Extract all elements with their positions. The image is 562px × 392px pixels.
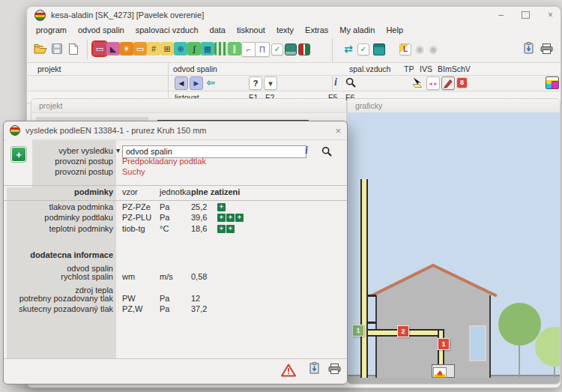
crosshair-icon[interactable]: ⊕ bbox=[174, 42, 187, 55]
color-palette-corner bbox=[552, 81, 559, 89]
warning-icon bbox=[281, 364, 296, 380]
menu-my-aladin[interactable]: My aladin bbox=[339, 25, 375, 34]
dialog-logo-icon bbox=[10, 125, 20, 136]
pipe-icon[interactable]: ⌐ bbox=[241, 42, 256, 57]
tree-crown-dark bbox=[498, 303, 541, 346]
extra-row: rychlost spalin wm m/s 0,58 bbox=[4, 272, 347, 283]
number-8-icon[interactable]: 8 bbox=[456, 77, 468, 88]
help-f1-button[interactable]: ? bbox=[249, 76, 262, 90]
column-divider bbox=[168, 62, 169, 102]
fire-icon bbox=[433, 367, 447, 378]
chimney-pipe bbox=[360, 179, 368, 378]
red-green-toggle-icon[interactable] bbox=[298, 43, 310, 55]
window-orange-icon[interactable]: ▭ bbox=[133, 42, 147, 55]
extra-row: skutecny pozadovaný tlak PZ,W Pa 37,2 bbox=[4, 304, 347, 315]
toolbar-label-band1: projekt odvod spalin spal.vzduch TP IVS … bbox=[27, 62, 561, 76]
clipboard-icon[interactable] bbox=[522, 41, 535, 55]
select-label: vyber vysledku bbox=[10, 146, 113, 155]
minimize-button[interactable]: – bbox=[498, 10, 504, 20]
extra-row: potrebny pozadovany tlak PW Pa 12 bbox=[4, 294, 347, 304]
app-logo-icon bbox=[34, 10, 46, 21]
chimney-bracket bbox=[368, 322, 376, 324]
label-projekt: projekt bbox=[37, 64, 61, 73]
browse-back-icon[interactable]: ◀ bbox=[175, 76, 188, 90]
air-box-icon[interactable] bbox=[373, 43, 385, 55]
save-icon[interactable] bbox=[50, 42, 64, 55]
provozni-label: provozni postup bbox=[10, 157, 113, 166]
col-header-vzor: vzor bbox=[122, 187, 138, 196]
result-dialog: vysledek podleEN 13384-1 - prurez Kruh 1… bbox=[3, 121, 348, 385]
check-option-icon[interactable]: ✓ bbox=[271, 43, 283, 55]
result-ok-badges: + bbox=[217, 203, 226, 211]
dialog-title-bar: vysledek podleEN 13384-1 - prurez Kruh 1… bbox=[4, 121, 347, 140]
chimney-chart-icon[interactable]: ◣ bbox=[106, 42, 120, 55]
title-bar: kesa-aladin [SK_4273] [Pavelek overenie]… bbox=[27, 7, 561, 23]
provozni-value: Predpokladany podtlak bbox=[122, 157, 206, 166]
monitor-icon[interactable] bbox=[285, 43, 297, 55]
bars-icon bbox=[214, 42, 228, 55]
flue-window-icon[interactable]: ▭ bbox=[93, 42, 106, 55]
building-scene: 1 2 1 bbox=[348, 112, 560, 384]
air-swap-icon[interactable]: ⇄ bbox=[342, 42, 355, 55]
label-ivs: IVS bbox=[420, 64, 432, 73]
menu-texty[interactable]: texty bbox=[277, 25, 294, 34]
menu-extras[interactable]: Extras bbox=[305, 25, 328, 34]
menu-program[interactable]: program bbox=[36, 25, 67, 34]
marker-pen-icon[interactable] bbox=[441, 76, 455, 90]
split-bars-icon[interactable]: ∥ bbox=[228, 42, 241, 55]
toolbar-row1: ▭ ◣ ☀ ▭ # ⊞ ⊕ ∫ ▦ ∥ ⌐ Π ✓ ⇄ ✓ L ◉ ◉ bbox=[27, 37, 561, 62]
mirror-arrows-icon[interactable]: ◄► bbox=[426, 76, 440, 90]
provozni-label: provozni postup bbox=[10, 167, 113, 176]
new-document-icon[interactable] bbox=[67, 42, 80, 55]
search-f6-icon[interactable] bbox=[345, 76, 357, 88]
ivs-icon-disabled: ◉ bbox=[414, 43, 425, 54]
maximize-button[interactable] bbox=[522, 11, 530, 19]
result-ok-badges: +++ bbox=[217, 214, 244, 222]
tp-icon[interactable]: L bbox=[399, 43, 411, 55]
select-caret-icon[interactable]: ▾ bbox=[116, 146, 120, 154]
info-f5-icon[interactable]: i bbox=[330, 76, 342, 88]
provozni-value: Suchy bbox=[122, 167, 145, 176]
menu-odvod-spalin[interactable]: odvod spalin bbox=[78, 25, 124, 34]
print-icon[interactable] bbox=[540, 42, 553, 55]
pipe-tee-icon[interactable]: Π bbox=[255, 42, 270, 57]
section-icon[interactable]: # bbox=[147, 42, 160, 55]
menu-data[interactable]: data bbox=[210, 25, 226, 34]
menu-help[interactable]: Help bbox=[386, 25, 403, 34]
air-check-icon[interactable]: ✓ bbox=[357, 43, 369, 55]
open-project-icon[interactable] bbox=[34, 42, 47, 55]
col-header-podminky: podminky bbox=[10, 187, 113, 196]
segment-badge-1[interactable]: 1 bbox=[438, 338, 450, 350]
chimney-bracket bbox=[368, 295, 376, 297]
window-title: kesa-aladin [SK_4273] [Pavelek overenie] bbox=[51, 10, 204, 19]
dropdown-f2-button[interactable]: ▾ bbox=[264, 76, 277, 90]
label-spal-vzduch: spal.vzduch bbox=[349, 64, 390, 73]
grid-window-icon[interactable]: ⊞ bbox=[160, 42, 174, 55]
label-bimschv: BImSchV bbox=[438, 64, 471, 73]
table-row: podminky podtlaku PZ-PLU Pa 39,6 +++ bbox=[4, 213, 347, 223]
table-row: tlakova podminka PZ-PZe Pa 25,2 + bbox=[4, 202, 347, 213]
browse-forward-icon[interactable]: ▶ bbox=[190, 76, 203, 90]
result-ok-badges: ++ bbox=[217, 225, 235, 233]
node-badge-green[interactable]: 1 bbox=[352, 325, 364, 337]
bimschv-icon-disabled: ◉ bbox=[428, 43, 438, 54]
dialog-print-icon[interactable] bbox=[328, 364, 341, 377]
pointer-select-icon[interactable] bbox=[411, 76, 423, 88]
dialog-info-icon[interactable]: i bbox=[305, 145, 308, 157]
dialog-close-icon[interactable]: × bbox=[335, 125, 341, 136]
label-tp: TP bbox=[404, 64, 414, 73]
segment-badge-2[interactable]: 2 bbox=[397, 325, 409, 337]
projekt-panel-header: projekt bbox=[31, 99, 346, 113]
return-arrow-icon[interactable]: ⇦ bbox=[205, 76, 217, 88]
menu-spalovaci-vzduch[interactable]: spalovaci vzduch bbox=[136, 25, 199, 34]
toolbar-divider bbox=[87, 40, 88, 59]
menu-tisknout[interactable]: tisknout bbox=[237, 25, 265, 34]
dialog-title: vysledek podleEN 13384-1 - prurez Kruh 1… bbox=[25, 126, 207, 135]
col-header-plne-zatizeni: plne zatizeni bbox=[191, 187, 240, 196]
close-button[interactable]: × bbox=[548, 10, 553, 20]
graficky-panel-header: graficky bbox=[348, 99, 560, 113]
curve-icon[interactable]: ∫ bbox=[187, 42, 201, 55]
sun-icon[interactable]: ☀ bbox=[120, 42, 133, 55]
grid-teal-icon[interactable]: ▦ bbox=[201, 42, 214, 55]
dialog-clipboard-icon[interactable] bbox=[309, 362, 319, 377]
